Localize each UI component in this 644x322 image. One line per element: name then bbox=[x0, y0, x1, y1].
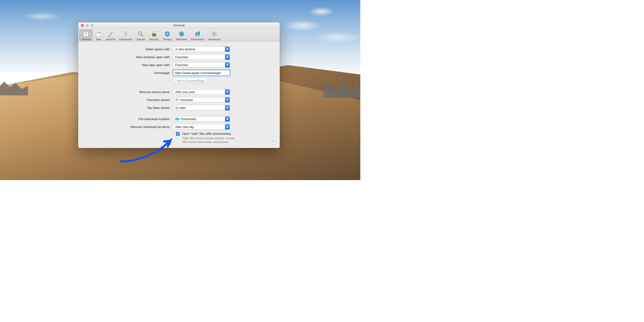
popup-favorites-shows-value: Favorites bbox=[180, 98, 193, 102]
tab-security-label: Security bbox=[149, 38, 159, 41]
tab-tabs-label: Tabs bbox=[96, 38, 101, 41]
chevron-updown-icon bbox=[225, 54, 230, 60]
label-download-location: File download location: bbox=[84, 117, 173, 121]
help-button[interactable]: ? bbox=[270, 140, 276, 145]
tab-autofill[interactable]: AutoFill bbox=[104, 30, 117, 41]
svg-rect-4 bbox=[96, 32, 98, 34]
label-top-sites-shows: Top Sites shows: bbox=[84, 106, 173, 110]
tab-extensions-label: Extensions bbox=[191, 38, 204, 41]
set-current-page-button[interactable]: Set to Current Page bbox=[173, 78, 208, 84]
tab-search-label: Search bbox=[136, 38, 145, 41]
label-remove-history: Remove history items: bbox=[84, 90, 173, 94]
label-homepage: Homepage: bbox=[84, 71, 173, 75]
homepage-field[interactable]: https://www.apple.com/startpage/ bbox=[173, 70, 230, 76]
advanced-icon bbox=[211, 30, 218, 38]
chevron-updown-icon bbox=[225, 46, 230, 52]
tab-passwords-label: Passwords bbox=[119, 38, 132, 41]
security-icon bbox=[150, 30, 158, 38]
label-favorites-shows: Favorites shows: bbox=[84, 98, 173, 102]
content-pane: Safari opens with: A new window New wind… bbox=[78, 42, 280, 148]
chevron-updown-icon bbox=[225, 105, 230, 110]
svg-point-16 bbox=[179, 32, 184, 36]
chevron-updown-icon bbox=[225, 97, 230, 102]
chevron-updown-icon bbox=[225, 116, 230, 122]
help-label: ? bbox=[272, 140, 274, 144]
websites-icon bbox=[178, 30, 185, 38]
popup-download-location-value: Downloads bbox=[181, 117, 196, 121]
tab-security[interactable]: Security bbox=[147, 30, 161, 41]
label-remove-downloads: Remove download list items: bbox=[84, 125, 173, 129]
label-new-windows: New windows open with: bbox=[84, 55, 173, 59]
svg-point-2 bbox=[86, 34, 86, 34]
general-icon bbox=[82, 30, 89, 38]
popup-remove-history[interactable]: After one year bbox=[173, 89, 230, 95]
tab-privacy-label: Privacy bbox=[163, 38, 172, 41]
svg-rect-12 bbox=[152, 34, 156, 36]
svg-rect-5 bbox=[98, 32, 100, 34]
open-safe-description: “Safe” files include movies, pictures, s… bbox=[182, 136, 240, 144]
prefs-toolbar: General Tabs AutoFill Passwords Search bbox=[78, 28, 280, 42]
set-current-page-label: Set to Current Page bbox=[177, 79, 204, 82]
chevron-updown-icon bbox=[225, 62, 230, 68]
tab-advanced[interactable]: Advanced bbox=[206, 30, 222, 41]
open-safe-checkbox[interactable] bbox=[176, 132, 180, 136]
preferences-window: General General Tabs AutoFill Password bbox=[78, 22, 280, 148]
popup-new-windows-value: Favorites bbox=[174, 55, 225, 59]
folder-icon bbox=[175, 117, 180, 121]
titlebar[interactable]: General bbox=[78, 22, 280, 28]
label-new-tabs: New tabs open with: bbox=[84, 63, 173, 67]
popup-new-windows[interactable]: Favorites bbox=[173, 54, 230, 60]
tabs-icon bbox=[95, 30, 102, 38]
passwords-icon bbox=[122, 30, 129, 38]
star-icon bbox=[175, 98, 178, 102]
popup-remove-downloads-value: After one day bbox=[174, 125, 225, 129]
popup-safari-opens[interactable]: A new window bbox=[173, 46, 230, 52]
popup-top-sites-shows-value: 12 sites bbox=[174, 106, 225, 110]
popup-download-location[interactable]: Downloads bbox=[173, 116, 230, 122]
label-safari-opens: Safari opens with: bbox=[84, 48, 173, 51]
svg-rect-20 bbox=[198, 32, 200, 33]
tab-websites[interactable]: Websites bbox=[174, 30, 189, 41]
chevron-updown-icon bbox=[225, 124, 230, 129]
svg-point-23 bbox=[213, 33, 216, 35]
popup-remove-history-value: After one year bbox=[174, 90, 225, 94]
search-icon bbox=[137, 30, 144, 38]
svg-point-22 bbox=[197, 34, 198, 35]
homepage-value: https://www.apple.com/startpage/ bbox=[175, 71, 221, 75]
autofill-icon bbox=[107, 30, 114, 38]
window-title: General bbox=[78, 24, 280, 27]
tab-tabs[interactable]: Tabs bbox=[93, 30, 104, 41]
tab-websites-label: Websites bbox=[176, 38, 187, 41]
svg-rect-9 bbox=[126, 35, 126, 36]
popup-favorites-shows[interactable]: Favorites bbox=[173, 97, 230, 102]
popup-new-tabs-value: Favorites bbox=[174, 63, 225, 67]
tab-passwords[interactable]: Passwords bbox=[117, 30, 134, 41]
tab-general[interactable]: General bbox=[79, 30, 93, 41]
popup-new-tabs[interactable]: Favorites bbox=[173, 62, 230, 68]
tab-search[interactable]: Search bbox=[134, 30, 147, 41]
tab-extensions[interactable]: Extensions bbox=[189, 30, 206, 41]
popup-remove-downloads[interactable]: After one day bbox=[173, 124, 230, 130]
popup-safari-opens-value: A new window bbox=[174, 48, 225, 51]
tab-general-label: General bbox=[81, 38, 91, 41]
open-safe-label: Open “safe” files after downloading bbox=[182, 132, 231, 136]
privacy-icon bbox=[164, 30, 171, 38]
extensions-icon bbox=[194, 30, 201, 38]
chevron-updown-icon bbox=[225, 89, 230, 94]
tab-privacy[interactable]: Privacy bbox=[161, 30, 174, 41]
popup-top-sites-shows[interactable]: 12 sites bbox=[173, 105, 230, 110]
svg-rect-6 bbox=[108, 36, 110, 37]
tab-advanced-label: Advanced bbox=[208, 38, 220, 41]
tab-autofill-label: AutoFill bbox=[106, 38, 115, 41]
